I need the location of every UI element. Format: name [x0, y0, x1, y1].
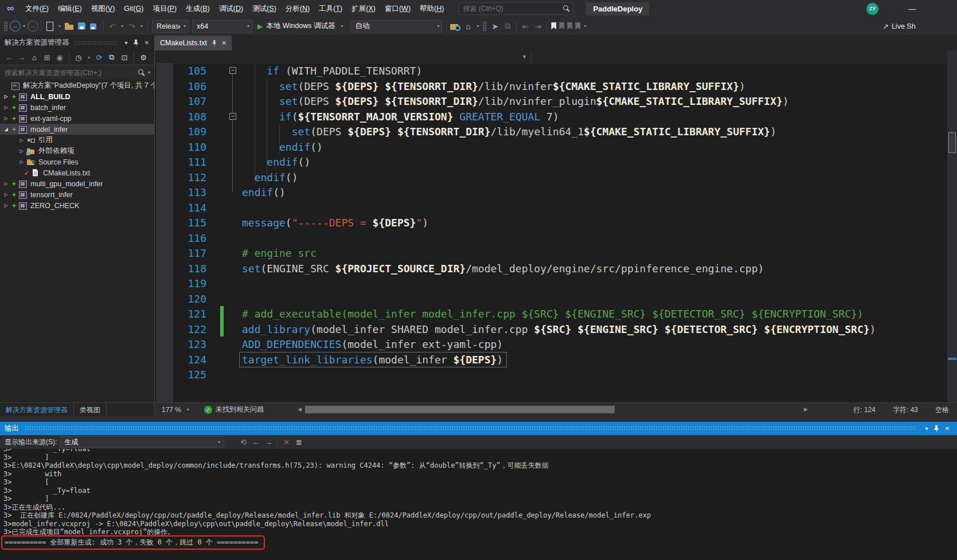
solution-search-box[interactable]: ▾ [1, 66, 153, 79]
scroll-left-arrow-icon[interactable]: ◀ [298, 406, 302, 412]
home-window-icon[interactable]: ⌂ [462, 20, 474, 33]
refresh-icon[interactable]: ⟳ [93, 52, 105, 63]
quick-search-input[interactable] [459, 5, 563, 13]
collapsed-arrow-icon[interactable]: ▷ [2, 192, 10, 197]
menu-item-0[interactable]: 文件(F) [21, 0, 53, 17]
chevron-down-icon[interactable]: ▾ [921, 424, 932, 434]
copy-parallel-icon[interactable]: ⧉ [501, 20, 514, 33]
chevron-down-icon[interactable]: ▾ [121, 38, 131, 48]
code-line-112[interactable]: 112endif() [155, 170, 947, 185]
chevron-down-icon[interactable]: ▾ [475, 24, 481, 29]
editor-vertical-scrollbar[interactable] [947, 50, 957, 402]
output-source-dropdown[interactable]: 生成 ▾ [60, 436, 224, 448]
scroll-right-arrow-icon[interactable]: ▶ [804, 406, 808, 412]
close-icon[interactable]: ✕ [942, 424, 952, 434]
chevron-down-icon[interactable]: ▾ [139, 24, 144, 29]
document-health-indicator[interactable]: ✓ 未找到相关问题 [204, 405, 264, 414]
code-line-108[interactable]: 108if(${TENSORRT_MAJOR_VERSION} GREATER_… [155, 109, 947, 124]
pin-icon[interactable] [932, 424, 942, 434]
collapsed-arrow-icon[interactable]: ▷ [17, 138, 26, 143]
menu-item-10[interactable]: 扩展(X) [347, 0, 380, 17]
show-all-files-icon[interactable]: ⊡ [119, 52, 130, 63]
undo-icon[interactable]: ↶ [106, 20, 119, 33]
sync-with-active-document-icon[interactable]: ◷ [73, 52, 84, 63]
save-icon[interactable] [76, 20, 88, 33]
scrollbar-thumb[interactable] [305, 406, 615, 413]
fold-collapse-icon[interactable]: − [229, 67, 236, 74]
menu-item-2[interactable]: 视图(V) [87, 0, 120, 17]
tab-solution-explorer[interactable]: 解决方案资源管理器 [0, 403, 74, 417]
collapsed-arrow-icon[interactable]: ▷ [2, 105, 10, 110]
tree-item-source-files[interactable]: ▷Source Files [0, 156, 154, 167]
clear-bookmarks-icon[interactable] [573, 20, 581, 33]
code-line-110[interactable]: 110endif() [155, 139, 947, 155]
navigation-bar[interactable]: ▼ [155, 50, 957, 64]
tree-item-zero-check[interactable]: ▷+ZERO_CHECK [0, 200, 154, 211]
code-line-123[interactable]: 123ADD_DEPENDENCIES(model_infer ext-yaml… [155, 336, 947, 352]
collapsed-arrow-icon[interactable]: ▷ [2, 203, 10, 208]
collapsed-arrow-icon[interactable]: ▷ [2, 116, 10, 121]
messages-icon[interactable]: ⟲ [237, 436, 249, 448]
close-icon[interactable]: ✕ [221, 40, 226, 47]
tree-item-tensorrt-infer[interactable]: ▷+tensorrt_infer [0, 189, 154, 200]
code-line-107[interactable]: 107set(DEPS ${DEPS} ${TENSORRT_DIR}/lib/… [155, 93, 947, 109]
collapse-all-icon[interactable]: ⧉ [106, 52, 118, 63]
code-line-109[interactable]: 109set(DEPS ${DEPS} ${TENSORRT_DIR}/lib/… [155, 124, 947, 139]
open-folder-icon[interactable] [63, 20, 76, 33]
code-line-111[interactable]: 111endif() [155, 154, 947, 170]
expanded-arrow-icon[interactable]: ◢ [2, 127, 10, 132]
code-line-122[interactable]: 122add_library(model_infer SHARED model_… [155, 322, 947, 337]
start-debug-button[interactable]: ▶本地 Windows 调试器▾ [257, 21, 345, 31]
menu-item-7[interactable]: 测试(S) [248, 0, 281, 17]
save-all-icon[interactable] [88, 20, 101, 33]
chevron-down-icon[interactable]: ▾ [582, 24, 588, 29]
menu-item-1[interactable]: 编辑(E) [53, 0, 87, 17]
tree-item-all-build[interactable]: ▷+ALL_BUILD [0, 91, 154, 102]
configuration-dropdown[interactable]: Release▾ [152, 20, 189, 33]
platform-dropdown[interactable]: x64▾ [192, 20, 252, 33]
redo-icon[interactable]: ↷ [126, 20, 138, 33]
fold-collapse-icon[interactable]: − [229, 113, 236, 120]
tree-item-cmakelists-txt[interactable]: ✓CMakeLists.txt [0, 167, 154, 178]
indent-icon[interactable]: ⇥ [532, 20, 544, 33]
chevron-down-icon[interactable]: ▾ [21, 24, 27, 29]
code-line-115[interactable]: 115message("-----DEPS = ${DEPS}") [155, 215, 947, 230]
code-line-114[interactable]: 114 [155, 200, 947, 216]
search-options-chevron-icon[interactable]: ▾ [148, 70, 150, 75]
menu-item-8[interactable]: 分析(N) [281, 0, 314, 17]
insert-mode-indicator[interactable]: 空格 [935, 405, 949, 415]
tree-item-model-infer[interactable]: ◢+model_infer [0, 124, 154, 135]
new-file-icon[interactable] [44, 20, 56, 33]
tree-item-batch-infer[interactable]: ▷+batch_infer [0, 102, 154, 113]
code-area[interactable]: 105if (WITH_PADDLE_TENSORRT)−106set(DEPS… [155, 63, 947, 402]
collapsed-arrow-icon[interactable]: ▷ [17, 148, 26, 154]
code-line-121[interactable]: 121# add_executable(model_infer model_in… [155, 306, 947, 322]
code-line-116[interactable]: 116 [155, 230, 947, 246]
solution-search-input[interactable] [1, 69, 138, 77]
attach-mode-dropdown[interactable]: 自动▾ [350, 20, 442, 33]
prev-message-icon[interactable]: ← [249, 436, 262, 448]
pin-icon[interactable] [212, 40, 217, 46]
menu-item-5[interactable]: 生成(B) [181, 0, 214, 17]
live-share-button[interactable]: ↗ Live Sh [882, 17, 957, 36]
back-icon[interactable]: ← [3, 52, 15, 63]
nav-back-icon[interactable]: ← [10, 21, 21, 32]
next-message-icon[interactable]: → [262, 436, 275, 448]
code-line-119[interactable]: 119 [155, 276, 947, 291]
properties-icon[interactable]: ⚙ [138, 52, 149, 63]
tree-item-6[interactable]: ▷外部依赖项 [0, 146, 154, 156]
minimize-button[interactable]: — [904, 5, 920, 13]
chevron-down-icon[interactable]: ▾ [57, 24, 63, 29]
code-line-125[interactable]: 125 [155, 367, 947, 382]
code-line-118[interactable]: 118set(ENGINE_SRC ${PROJECT_SOURCE_DIR}/… [155, 261, 947, 276]
bookmark-icon[interactable] [549, 20, 557, 33]
account-avatar[interactable]: ZY [866, 3, 878, 15]
chevron-down-icon[interactable]: ▼ [522, 54, 527, 60]
menu-item-11[interactable]: 窗口(W) [380, 0, 415, 17]
pin-icon[interactable] [131, 38, 142, 48]
next-bookmark-icon[interactable] [565, 20, 573, 33]
clear-all-icon[interactable]: ✕ [280, 436, 292, 448]
collapsed-arrow-icon[interactable]: ▷ [2, 181, 10, 186]
code-line-120[interactable]: 120 [155, 291, 947, 307]
menu-item-6[interactable]: 调试(D) [214, 0, 248, 17]
